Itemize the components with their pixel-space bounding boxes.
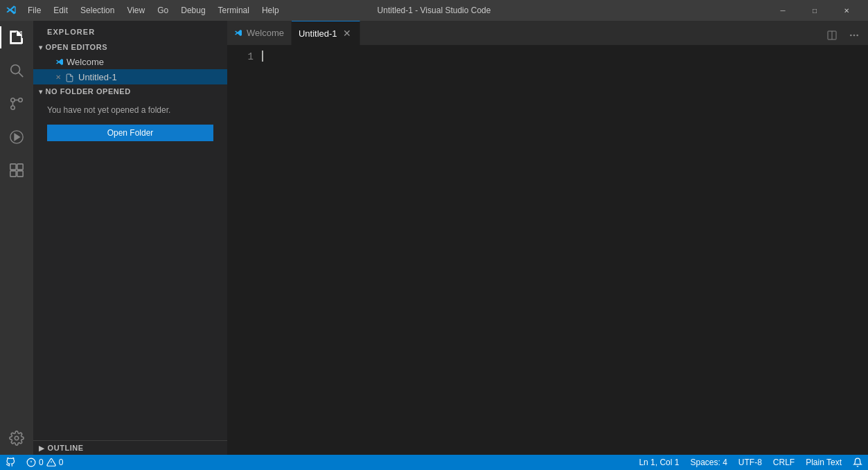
no-folder-chevron-icon: ▾ — [39, 88, 43, 96]
text-cursor — [262, 51, 263, 62]
svg-rect-7 — [10, 164, 16, 170]
line-ending-text: CRLF — [773, 458, 795, 467]
menu-file[interactable]: File — [22, 4, 46, 17]
tab-welcome[interactable]: Welcome — [227, 21, 292, 45]
status-errors[interactable]: 0 0 — [21, 455, 69, 470]
menu-edit[interactable]: Edit — [48, 4, 73, 17]
open-folder-button[interactable]: Open Folder — [47, 125, 213, 141]
tab-untitled1-label: Untitled-1 — [299, 28, 337, 39]
svg-point-4 — [19, 98, 23, 102]
outline-label: Outline — [48, 444, 84, 452]
tab-untitled1-close-icon[interactable]: ✕ — [342, 28, 353, 39]
svg-point-16 — [856, 35, 858, 37]
menu-debug[interactable]: Debug — [175, 4, 211, 17]
status-right: Ln 1, Col 1 Spaces: 4 UTF-8 CRLF Plain T… — [633, 455, 868, 470]
more-actions-icon[interactable] — [844, 26, 864, 45]
activity-settings[interactable] — [0, 422, 33, 455]
status-bar: 0 0 Ln 1, Col 1 Spaces: 4 UTF-8 CRLF Pla… — [0, 455, 868, 470]
error-icon — [26, 458, 36, 467]
open-editors-label: Open Editors — [46, 43, 108, 51]
tab-bar: Welcome Untitled-1 ✕ — [227, 21, 868, 45]
sidebar: Explorer ▾ Open Editors Welcome ✕ — [33, 21, 227, 455]
sidebar-item-untitled1[interactable]: ✕ Untitled-1 — [33, 69, 227, 84]
line-numbers: 1 — [227, 45, 262, 455]
title-bar: File Edit Selection View Go Debug Termin… — [0, 0, 868, 21]
svg-point-14 — [850, 35, 852, 37]
spaces-text: Spaces: 4 — [690, 458, 727, 467]
svg-point-15 — [853, 35, 856, 37]
vscode-icon — [55, 57, 64, 67]
svg-point-1 — [11, 65, 20, 74]
untitled1-label: Untitled-1 — [78, 72, 117, 82]
status-notifications-icon[interactable] — [847, 455, 868, 470]
encoding-text: UTF-8 — [738, 458, 762, 467]
no-folder-header[interactable]: ▾ No Folder Opened — [33, 84, 227, 98]
split-editor-icon[interactable] — [822, 26, 842, 45]
status-branch[interactable] — [0, 455, 21, 470]
no-folder-message: You have not yet opened a folder. — [33, 98, 227, 122]
activity-extensions[interactable] — [0, 154, 33, 187]
untitled1-close-icon[interactable]: ✕ — [55, 73, 61, 81]
svg-line-2 — [19, 73, 23, 77]
window-title: Untitled-1 - Visual Studio Code — [378, 6, 491, 15]
status-line-ending[interactable]: CRLF — [768, 455, 800, 470]
editor-content[interactable]: 1 — [227, 45, 868, 455]
svg-point-5 — [11, 98, 15, 102]
open-editors-chevron-icon: ▾ — [39, 44, 43, 51]
minimize-button[interactable]: ─ — [767, 0, 799, 21]
outline-chevron-icon: ▶ — [39, 444, 45, 452]
language-text: Plain Text — [806, 458, 842, 467]
status-spaces[interactable]: Spaces: 4 — [684, 455, 732, 470]
welcome-tab-label: Welcome — [67, 57, 104, 67]
code-editor[interactable] — [262, 45, 868, 455]
menu-selection[interactable]: Selection — [75, 4, 120, 17]
line-number-1: 1 — [227, 51, 254, 64]
activity-search[interactable] — [0, 54, 33, 87]
title-left: File Edit Selection View Go Debug Termin… — [6, 4, 285, 17]
vscode-logo-icon — [6, 5, 17, 16]
menu-view[interactable]: View — [121, 4, 150, 17]
activity-bar — [0, 21, 33, 455]
svg-rect-8 — [17, 164, 23, 170]
menu-help[interactable]: Help — [256, 4, 285, 17]
menu-bar: File Edit Selection View Go Debug Termin… — [22, 4, 285, 17]
svg-point-11 — [15, 436, 19, 440]
editor-area: Welcome Untitled-1 ✕ — [227, 21, 868, 455]
tab-welcome-icon — [234, 28, 242, 38]
status-left: 0 0 — [0, 455, 69, 470]
warning-count: 0 — [59, 458, 64, 467]
ln-col-text: Ln 1, Col 1 — [639, 458, 679, 467]
error-count: 0 — [39, 458, 44, 467]
warning-icon — [46, 458, 56, 467]
svg-point-3 — [11, 106, 15, 110]
maximize-button[interactable]: □ — [799, 0, 831, 21]
no-folder-label: No Folder Opened — [46, 87, 131, 96]
status-language[interactable]: Plain Text — [800, 455, 847, 470]
activity-source-control[interactable] — [0, 87, 33, 120]
svg-rect-9 — [10, 171, 16, 177]
file-icon — [65, 71, 74, 82]
notification-bell-icon — [853, 458, 862, 467]
cursor-line — [262, 51, 263, 62]
menu-terminal[interactable]: Terminal — [213, 4, 255, 17]
close-button[interactable]: ✕ — [831, 0, 862, 21]
window-controls: ─ □ ✕ — [767, 0, 862, 21]
activity-explorer[interactable] — [0, 21, 33, 54]
tab-bar-actions — [818, 26, 868, 45]
status-encoding[interactable]: UTF-8 — [733, 455, 768, 470]
menu-go[interactable]: Go — [152, 4, 174, 17]
sidebar-item-welcome[interactable]: Welcome — [33, 54, 227, 69]
main-layout: Explorer ▾ Open Editors Welcome ✕ — [0, 21, 868, 455]
outline-section: ▶ Outline — [33, 440, 227, 455]
svg-rect-10 — [17, 171, 23, 177]
tab-welcome-label: Welcome — [247, 28, 284, 38]
sidebar-title: Explorer — [33, 21, 227, 40]
remote-icon — [6, 458, 15, 467]
status-ln-col[interactable]: Ln 1, Col 1 — [633, 455, 684, 470]
tab-untitled1[interactable]: Untitled-1 ✕ — [292, 21, 360, 45]
open-editors-header[interactable]: ▾ Open Editors — [33, 40, 227, 54]
outline-header[interactable]: ▶ Outline — [33, 441, 227, 455]
activity-debug[interactable] — [0, 120, 33, 154]
